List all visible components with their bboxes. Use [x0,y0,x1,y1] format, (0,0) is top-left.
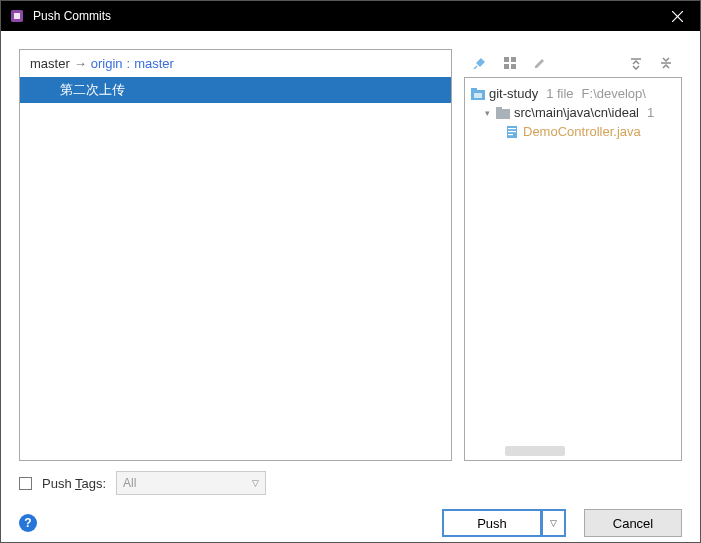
tree-file-name: DemoController.java [523,124,641,139]
tree-folder-count: 1 [647,105,654,120]
help-button[interactable]: ? [19,514,37,532]
window-title: Push Commits [33,9,655,23]
push-split-button[interactable]: ▽ [542,509,566,537]
svg-line-5 [474,66,477,69]
chevron-down-icon: ▽ [550,518,557,528]
svg-rect-9 [511,64,516,69]
tree-file[interactable]: DemoController.java [465,122,681,141]
collapse-icon[interactable] [656,53,676,73]
commit-message: 第二次上传 [60,82,125,97]
svg-rect-19 [508,131,516,132]
svg-rect-2 [14,13,20,19]
local-branch: master [30,56,70,71]
tree-root-name: git-study [489,86,538,101]
group-icon[interactable] [500,53,520,73]
tree-folder[interactable]: ▾ src\main\java\cn\ideal 1 [465,103,681,122]
remote-name: origin [91,56,123,71]
file-tree: git-study 1 file F:\develop\ ▾ src\main\… [464,77,682,461]
module-icon [471,88,485,100]
commits-panel: master → origin : master 第二次上传 [19,49,452,461]
tree-root-count: 1 file [546,86,573,101]
close-button[interactable] [655,1,700,31]
tree-folder-name: src\main\java\cn\ideal [514,105,639,120]
button-row: ? Push ▽ Cancel [19,509,682,537]
commit-item[interactable]: 第二次上传 [20,77,451,103]
svg-rect-6 [504,57,509,62]
push-tags-value: All [123,476,136,490]
svg-rect-13 [471,88,477,92]
titlebar: Push Commits [1,1,700,31]
svg-rect-8 [504,64,509,69]
content-area: master → origin : master 第二次上传 git-study… [1,31,700,471]
expand-icon[interactable] [626,53,646,73]
svg-rect-16 [496,107,502,111]
tree-root-path: F:\develop\ [582,86,646,101]
push-tags-row: Push Tags: All ▽ [19,471,682,495]
files-panel: git-study 1 file F:\develop\ ▾ src\main\… [464,49,682,461]
files-toolbar [464,49,682,77]
arrow-icon: → [74,56,87,71]
push-button[interactable]: Push [442,509,542,537]
app-icon [9,8,25,24]
push-tags-label: Push Tags: [42,476,106,491]
svg-rect-20 [508,134,513,135]
push-tags-select[interactable]: All ▽ [116,471,266,495]
horizontal-scrollbar[interactable] [505,446,565,456]
push-tags-checkbox[interactable] [19,477,32,490]
bottom-bar: Push Tags: All ▽ ? Push ▽ Cancel [1,471,700,543]
tree-root[interactable]: git-study 1 file F:\develop\ [465,84,681,103]
edit-icon[interactable] [530,53,550,73]
folder-icon [496,107,510,119]
cancel-button[interactable]: Cancel [584,509,682,537]
remote-branch: master [134,56,174,71]
chevron-down-icon: ▾ [485,108,490,118]
svg-rect-18 [508,128,516,129]
pin-icon[interactable] [470,53,490,73]
branch-row[interactable]: master → origin : master [20,50,451,77]
chevron-down-icon: ▽ [252,478,259,488]
java-file-icon [505,125,519,139]
svg-rect-7 [511,57,516,62]
svg-rect-14 [474,93,482,98]
remote-separator: : [127,56,131,71]
